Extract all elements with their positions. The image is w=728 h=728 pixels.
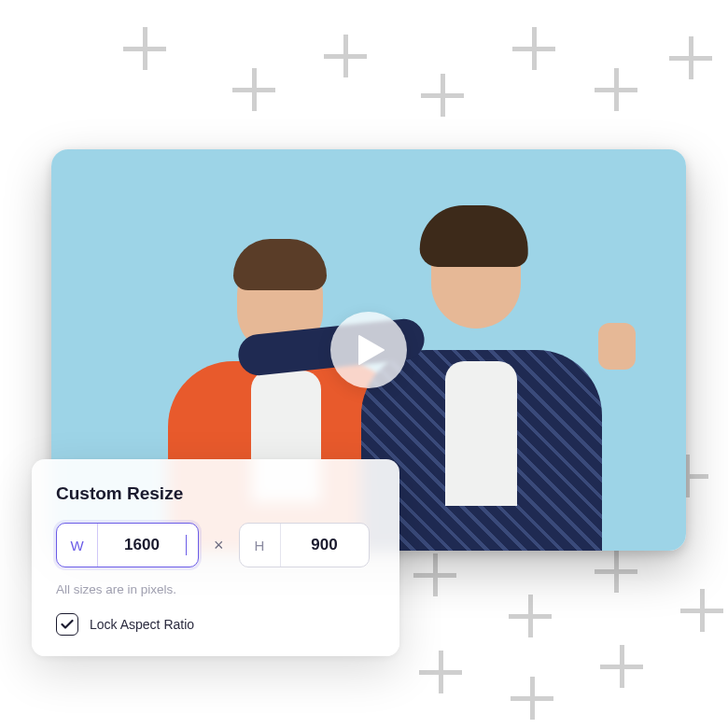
- lock-aspect-checkbox[interactable]: [56, 613, 78, 636]
- width-field[interactable]: W: [56, 523, 199, 567]
- lock-aspect-row: Lock Aspect Ratio: [56, 613, 375, 636]
- width-prefix-label: W: [57, 524, 98, 567]
- dimension-separator: ×: [214, 536, 224, 555]
- lock-aspect-label: Lock Aspect Ratio: [90, 617, 194, 632]
- play-button[interactable]: [330, 312, 407, 388]
- height-prefix-label: H: [240, 524, 281, 567]
- size-hint-text: All sizes are in pixels.: [56, 582, 375, 596]
- dimensions-row: W × H: [56, 523, 375, 567]
- check-icon: [61, 619, 74, 630]
- play-icon: [357, 334, 385, 366]
- text-caret: [186, 535, 187, 555]
- height-field[interactable]: H: [239, 523, 370, 567]
- custom-resize-panel: Custom Resize W × H All sizes are in pix…: [32, 459, 399, 656]
- width-input[interactable]: [98, 524, 186, 567]
- height-input[interactable]: [281, 524, 369, 567]
- panel-title: Custom Resize: [56, 483, 375, 504]
